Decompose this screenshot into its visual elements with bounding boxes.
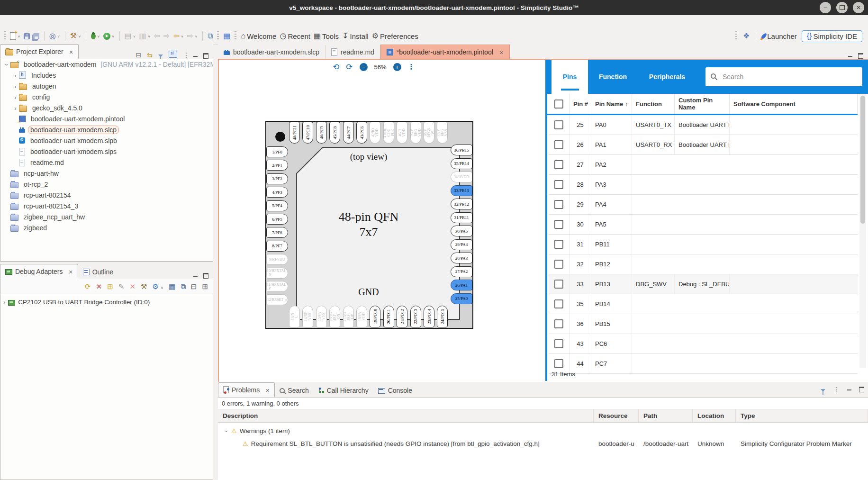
expander-icon[interactable] xyxy=(12,104,19,112)
row-checkbox[interactable] xyxy=(554,240,563,249)
maximize-view-icon[interactable] xyxy=(859,387,864,392)
row-checkbox[interactable] xyxy=(554,359,563,368)
expander-icon[interactable] xyxy=(12,93,19,101)
tree-item[interactable]: ot-rcp_2 xyxy=(0,179,213,190)
expander-icon[interactable] xyxy=(3,299,5,306)
zoom-in-icon[interactable]: + xyxy=(393,63,401,71)
pin-table-row[interactable]: 43 PC6 xyxy=(549,334,858,354)
chip-pin[interactable]: 41/DECOUPLE xyxy=(383,122,394,144)
drag-handle[interactable] xyxy=(235,31,236,41)
chip-pin[interactable]: 10/HFXTAL_N xyxy=(266,268,288,279)
pin-table-row[interactable]: 27 PA2 xyxy=(549,155,858,175)
chip-pin[interactable]: 16/2G4RF_ON xyxy=(329,306,340,327)
chip-pin[interactable]: 3/PF2 xyxy=(266,173,288,184)
chip-pin[interactable]: 11/HFXTAL_P xyxy=(266,281,288,292)
view-menu-icon[interactable]: ⋮ xyxy=(833,386,840,393)
close-tab-icon[interactable] xyxy=(497,48,504,56)
tree-item[interactable]: Includes xyxy=(0,70,213,81)
pin-table-row[interactable]: 44 PC7 xyxy=(549,354,858,374)
close-tab-icon[interactable] xyxy=(262,386,270,394)
open-perspective-button[interactable]: ❖ xyxy=(743,32,750,40)
chip-pin[interactable]: 43/PC6 xyxy=(356,122,367,144)
chip-pin[interactable]: 5/PF4 xyxy=(266,200,288,211)
row-checkbox[interactable] xyxy=(554,160,563,169)
dropdown-chevron-icon[interactable]: ∨ xyxy=(97,34,100,37)
minimize-view-icon[interactable] xyxy=(848,54,852,57)
welcome-button[interactable]: ⌂ Welcome xyxy=(241,32,276,40)
bottom-view-tab[interactable]: Problems xyxy=(218,382,275,397)
tree-item[interactable]: gecko_sdk_4.5.0 xyxy=(0,102,213,113)
row-checkbox[interactable] xyxy=(554,220,563,229)
chip-pin[interactable]: 20/PD11 xyxy=(383,306,394,327)
drag-handle[interactable] xyxy=(4,31,6,41)
pin-table-row[interactable]: 31 PB11 xyxy=(549,235,858,254)
filter-icon[interactable] xyxy=(158,52,163,58)
chip-pin[interactable]: 6/PF5 xyxy=(266,214,288,225)
collapse-icon[interactable]: ⊟ xyxy=(191,283,197,290)
diagram-menu-icon[interactable]: ⋮ xyxy=(408,63,415,71)
expand-icon[interactable]: ⊞ xyxy=(202,283,208,290)
dropdown-chevron-icon[interactable]: ∨ xyxy=(18,34,20,37)
chip-pin[interactable]: 12/RESET_n xyxy=(266,294,288,305)
settings-icon[interactable]: ⚙ ∨ xyxy=(152,283,163,290)
chip-pin[interactable]: 31/PB11 xyxy=(451,212,472,223)
pin-tool-tab[interactable]: Function xyxy=(588,60,638,94)
pin-table-scrollbar[interactable] xyxy=(859,94,866,368)
editor-tab[interactable]: readme.md xyxy=(326,45,380,59)
minimize-view-icon[interactable] xyxy=(193,274,198,277)
si-view-icon[interactable] xyxy=(169,51,177,59)
debug-button[interactable]: ∨ xyxy=(91,33,100,39)
column-header[interactable]: Pin Name↑ xyxy=(591,94,632,114)
pin-tool-tab[interactable]: Peripherals xyxy=(638,60,696,94)
chip-pin[interactable]: 46/PC9 xyxy=(316,122,327,144)
close-button[interactable]: ✕ xyxy=(853,2,864,13)
column-header[interactable]: Function xyxy=(632,94,675,114)
pin-table-row[interactable]: 28 PA3 xyxy=(549,175,858,195)
dropdown-chevron-icon[interactable]: ∨ xyxy=(133,34,136,37)
maximize-button[interactable] xyxy=(836,2,848,13)
row-checkbox[interactable] xyxy=(554,319,563,328)
chip-pin[interactable]: 18/PAVDD xyxy=(356,306,367,327)
chip-pin[interactable]: 4/PF3 xyxy=(266,187,288,198)
tree-item[interactable]: autogen xyxy=(0,81,213,91)
column-header[interactable]: Pin # xyxy=(570,94,591,114)
chip-pin[interactable]: 44/PC7 xyxy=(343,122,354,144)
tree-item[interactable]: bootloader-uart-xmodem [GNU ARM v12.2.1 … xyxy=(0,59,213,70)
tab-project-explorer[interactable]: Project Explorer xyxy=(0,44,79,59)
tree-item[interactable]: readme.md xyxy=(0,157,213,168)
run-button[interactable]: ∨ xyxy=(103,33,115,40)
chip-pin[interactable]: 47/PC10 xyxy=(302,122,313,144)
close-tab-icon[interactable] xyxy=(66,48,73,55)
tree-item[interactable]: ncp-uart-hw xyxy=(0,168,213,179)
close-tab-icon[interactable] xyxy=(65,268,72,275)
row-checkbox[interactable] xyxy=(554,280,563,289)
editor-tab[interactable]: bootloader-uart-xmodem.slcp xyxy=(218,45,326,59)
chip-pin[interactable]: 14/RFVSS xyxy=(302,306,313,327)
row-checkbox[interactable] xyxy=(554,260,563,269)
separator[interactable] xyxy=(65,31,65,41)
drag-handle[interactable] xyxy=(217,31,219,41)
tree-item[interactable]: rcp-uart-802154_3 xyxy=(0,200,213,211)
minimize-button[interactable]: – xyxy=(820,2,831,13)
tree-item[interactable]: config xyxy=(0,91,213,102)
column-header[interactable]: Type xyxy=(736,409,868,422)
problems-group-row[interactable]: › ⚠ Warnings (1 item) xyxy=(218,425,868,437)
dropdown-chevron-icon[interactable]: ∨ xyxy=(112,34,115,37)
chip-pin[interactable]: 27/PA2 xyxy=(451,266,472,277)
debug-adapter-item[interactable]: CP2102 USB to UART Bridge Controller (ID… xyxy=(0,296,213,308)
simplicity-ide-perspective-button[interactable]: {} Simplicity IDE xyxy=(802,30,862,42)
chip-pin[interactable]: 45/PC8 xyxy=(329,122,340,144)
expander-icon[interactable] xyxy=(3,61,10,68)
dropdown-chevron-icon[interactable]: ∨ xyxy=(181,34,184,37)
chip-pin[interactable]: 36/PB15 xyxy=(451,145,472,155)
copy-view-icon[interactable]: ⧉ xyxy=(181,283,186,290)
install-button[interactable]: ↧ Install xyxy=(342,32,369,40)
row-checkbox[interactable] xyxy=(554,120,563,129)
tree-item[interactable]: bootloader-uart-xmodem.slpb xyxy=(0,135,213,146)
rotate-right-icon[interactable]: ⟳ xyxy=(346,63,353,71)
chip-pin[interactable]: 33/PB13 DBG_SWV xyxy=(451,185,472,196)
pin-table-row[interactable]: 26 PA1 USART0_RX Bootloader UART Driver … xyxy=(549,135,858,155)
maximize-view-icon[interactable] xyxy=(858,53,863,59)
tree-item[interactable]: zigbee_ncp_uart_hw xyxy=(0,211,213,222)
pin-search-box[interactable] xyxy=(705,67,862,86)
